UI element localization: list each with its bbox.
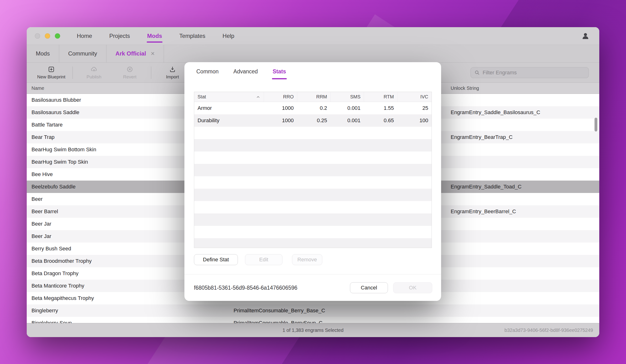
dialog-tabs: Common Advanced Stats <box>196 62 441 81</box>
nav-item-templates[interactable]: Templates <box>179 33 205 39</box>
column-header-sms[interactable]: SMS <box>330 92 364 102</box>
close-window-button[interactable] <box>35 33 40 39</box>
revert-button[interactable]: Revert <box>112 66 148 80</box>
traffic-lights <box>35 33 60 39</box>
cell-unlock: EngramEntry_Saddle_Toad_C <box>451 184 521 190</box>
cell-rro: 1000 <box>264 114 297 127</box>
titlebar: Home Projects Mods Templates Help <box>27 27 599 45</box>
plus-square-icon <box>48 66 55 74</box>
column-header-unlock-string[interactable]: Unlock String <box>451 86 479 91</box>
column-header-label: RRM <box>316 94 327 99</box>
tab-mods[interactable]: Mods <box>27 45 59 63</box>
cell-value: 100 <box>397 117 428 124</box>
nav-item-help[interactable]: Help <box>223 33 234 39</box>
stat-row-armor[interactable]: Armor 1000 0.2 0.001 1.55 25 <box>194 102 431 114</box>
remove-stat-button[interactable]: Remove <box>292 254 322 265</box>
column-header-label: RTM <box>384 94 394 99</box>
cell-stat: Durability <box>194 114 264 127</box>
tab-label: Community <box>68 50 97 57</box>
cell-name: Basilosaurus Saddle <box>32 109 79 116</box>
cell-name: Bingleberry <box>32 307 58 314</box>
cell-class: PrimalItemConsumable_Berry_Base_C <box>234 307 325 314</box>
dialog-footer: f6805b81-5361-56d9-8546-6a1476606596 Can… <box>184 274 441 301</box>
dialog-tab-common[interactable]: Common <box>196 62 219 81</box>
search-icon <box>474 69 480 76</box>
cell-name: Beelzebufo Saddle <box>32 184 76 190</box>
ok-button[interactable]: OK <box>393 282 432 293</box>
cell-ivc: 25 <box>397 102 431 114</box>
vertical-scrollbar-thumb[interactable] <box>594 118 597 132</box>
dialog-tab-stats[interactable]: Stats <box>272 62 287 81</box>
cell-value: 0.001 <box>330 117 360 124</box>
toolbar-button-label: Import <box>166 74 179 80</box>
mod-uuid: b32a3d73-9406-56f2-bd8f-936ee0275249 <box>505 328 593 333</box>
stat-row-durability[interactable]: Durability 1000 0.25 0.001 0.65 100 <box>194 114 431 127</box>
cell-rrm: 0.25 <box>297 114 330 127</box>
tab-ark-official[interactable]: Ark Official × <box>106 45 164 63</box>
cell-name: BearHug Swim Bottom Skin <box>32 146 96 153</box>
nav-item-mods[interactable]: Mods <box>147 33 162 39</box>
main-nav: Home Projects Mods Templates Help <box>77 33 234 39</box>
define-stat-button[interactable]: Define Stat <box>194 254 238 265</box>
minimize-window-button[interactable] <box>45 33 50 39</box>
dialog-tab-advanced[interactable]: Advanced <box>233 62 258 81</box>
cell-name: Beer Jar <box>32 221 51 227</box>
tab-label: Mods <box>36 50 50 57</box>
cell-stat: Armor <box>194 102 264 114</box>
stats-table: Stat RRO RRM SMS RTM IVC Armor 1000 0.2 … <box>194 92 432 248</box>
zoom-window-button[interactable] <box>55 33 60 39</box>
close-tab-icon[interactable]: × <box>151 50 155 57</box>
cell-value: 1.55 <box>364 105 394 111</box>
cell-name: Bingleberry Soup <box>32 320 72 323</box>
cell-class: PrimalItemConsumable_BerrySoup_C <box>234 320 322 323</box>
filter-engrams-search[interactable] <box>470 67 589 78</box>
cell-name: Berry Bush Seed <box>32 246 71 252</box>
column-header-rro[interactable]: RRO <box>264 92 297 102</box>
nav-item-projects[interactable]: Projects <box>109 33 130 39</box>
cell-name: Bear Trap <box>32 134 55 140</box>
new-blueprint-button[interactable]: New Blueprint <box>33 66 69 80</box>
cloud-upload-icon <box>90 66 98 74</box>
column-header-rrm[interactable]: RRM <box>297 92 330 102</box>
edit-stat-button[interactable]: Edit <box>245 254 282 265</box>
cell-name: Beta Megapithecus Trophy <box>32 295 94 301</box>
column-header-rtm[interactable]: RTM <box>364 92 397 102</box>
table-row[interactable]: BingleberryPrimalItemConsumable_Berry_Ba… <box>27 304 599 317</box>
cell-name: Beer Barrel <box>32 208 58 215</box>
publish-button[interactable]: Publish <box>76 66 112 80</box>
engram-guid: f6805b81-5361-56d9-8546-6a1476606596 <box>194 284 298 291</box>
column-header-name[interactable]: Name <box>32 86 44 91</box>
cell-value: 25 <box>397 105 428 111</box>
account-avatar[interactable] <box>581 32 590 40</box>
tab-community[interactable]: Community <box>59 45 106 63</box>
cell-value: 1000 <box>264 117 294 124</box>
toolbar-button-label: New Blueprint <box>37 74 65 80</box>
user-icon <box>581 32 590 40</box>
cell-name: Beer <box>32 196 42 202</box>
import-tray-icon <box>169 66 176 74</box>
empty-rows-stripes <box>194 127 431 248</box>
cell-value: 0.65 <box>364 117 394 124</box>
stats-dialog: Common Advanced Stats Stat RRO RRM SMS R… <box>184 62 441 301</box>
cell-name: Battle Tartare <box>32 122 63 128</box>
cell-name: Beta Dragon Trophy <box>32 270 78 277</box>
cell-name: Beta Broodmother Trophy <box>32 258 92 264</box>
table-row[interactable]: Bingleberry SoupPrimalItemConsumable_Ber… <box>27 317 599 323</box>
cell-name: Basilosaurus Blubber <box>32 97 81 103</box>
status-bar: 1 of 1,383 engrams Selected b32a3d73-940… <box>27 323 599 337</box>
nav-item-home[interactable]: Home <box>77 33 92 39</box>
toolbar-separator <box>151 66 151 79</box>
tab-label: Ark Official <box>116 50 146 57</box>
search-input[interactable] <box>483 69 585 76</box>
cell-unlock: EngramEntry_BearTrap_C <box>451 134 513 140</box>
column-header-ivc[interactable]: IVC <box>397 92 431 102</box>
cell-ivc: 100 <box>397 114 431 127</box>
cell-unlock: EngramEntry_BeerBarrel_C <box>451 208 516 215</box>
dialog-actions: Define Stat Edit Remove <box>194 254 322 265</box>
cancel-button[interactable]: Cancel <box>350 282 388 293</box>
cell-name: Beta Manticore Trophy <box>32 283 84 289</box>
cell-rtm: 1.55 <box>364 102 397 114</box>
column-header-stat[interactable]: Stat <box>194 92 264 102</box>
toolbar-button-label: Publish <box>87 74 101 80</box>
cell-value: 0.25 <box>297 117 327 124</box>
